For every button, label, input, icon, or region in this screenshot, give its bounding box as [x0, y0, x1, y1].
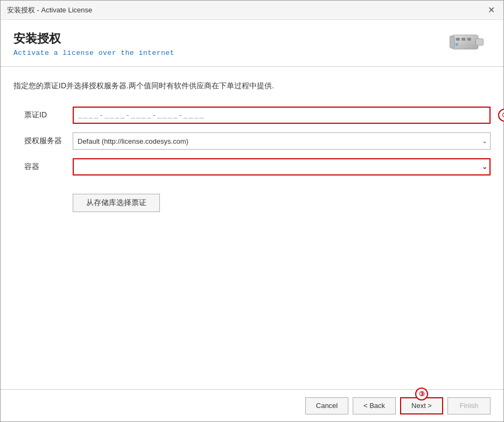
svg-rect-0	[452, 35, 478, 49]
content-area: 指定您的票证ID并选择授权服务器.两个值同时有软件供应商在下单过程中提供. 票证…	[1, 67, 503, 389]
next-button-wrapper: ③ Next >	[400, 397, 443, 414]
svg-rect-3	[461, 38, 465, 40]
ticket-id-input[interactable]	[73, 107, 491, 124]
dialog-title: 安装授权	[13, 31, 174, 47]
container-label: 容器	[24, 162, 73, 172]
container-dropdown-wrapper: ⌄	[73, 158, 491, 175]
usb-icon	[447, 31, 485, 58]
close-icon[interactable]: ✕	[486, 6, 497, 15]
dialog-window: 安装授权 - Activate License ✕ 安装授权 Activate …	[0, 0, 504, 422]
server-select-wrapper: Default (http://license.codesys.com) ⌄	[73, 132, 491, 150]
svg-rect-6	[450, 36, 454, 48]
svg-point-5	[456, 43, 458, 46]
title-bar-text: 安装授权 - Activate License	[7, 5, 92, 15]
dialog-subtitle: Activate a license over the internet	[13, 49, 174, 57]
svg-rect-4	[467, 38, 471, 40]
server-select[interactable]: Default (http://license.codesys.com)	[73, 132, 491, 150]
description-text: 指定您的票证ID并选择授权服务器.两个值同时有软件供应商在下单过程中提供.	[13, 80, 491, 92]
server-label: 授权服务器	[24, 136, 73, 146]
button-bar: Cancel < Back ③ Next > Finish	[1, 389, 503, 421]
title-bar: 安装授权 - Activate License ✕	[1, 1, 503, 20]
finish-button: Finish	[447, 397, 491, 414]
header-text-block: 安装授权 Activate a license over the interne…	[13, 31, 174, 57]
back-button[interactable]: < Back	[353, 397, 396, 414]
ticket-id-input-wrapper	[73, 107, 491, 124]
server-row: 授权服务器 Default (http://license.codesys.co…	[24, 132, 491, 150]
select-ticket-row: 从存储库选择票证	[24, 189, 491, 212]
form-section: 票证ID ① 授权服务器 Default (http://license.cod…	[13, 107, 491, 212]
ticket-id-label: 票证ID	[24, 110, 73, 120]
svg-rect-2	[456, 38, 460, 40]
container-row: 容器 ⌄ ②	[24, 158, 491, 175]
container-select[interactable]	[73, 158, 491, 175]
badge-1: ①	[498, 109, 504, 122]
select-ticket-button[interactable]: 从存储库选择票证	[73, 194, 160, 212]
badge-3: ③	[415, 388, 428, 400]
ticket-id-row: 票证ID ①	[24, 107, 491, 124]
svg-rect-1	[476, 39, 484, 45]
header-area: 安装授权 Activate a license over the interne…	[1, 20, 503, 67]
cancel-button[interactable]: Cancel	[305, 397, 348, 414]
